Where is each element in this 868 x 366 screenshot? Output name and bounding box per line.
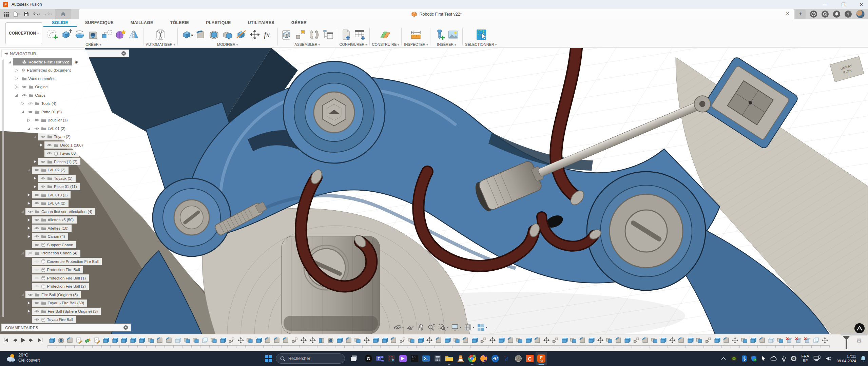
timeline-feature-extrude[interactable] [713,336,722,344]
timeline-feature-joint[interactable] [290,336,300,344]
visibility-eye-icon[interactable] [34,268,39,271]
navigator-item-pill[interactable]: Protection Canon (4) [25,250,80,257]
tree-collapse-arrow[interactable] [20,110,25,114]
timeline-feature-combine[interactable] [740,336,749,344]
help-icon[interactable]: ? [845,11,852,18]
visibility-eye-icon[interactable] [34,318,39,321]
navigator-item-pill[interactable]: Ailettes x5 (50) [32,216,77,224]
taskbar-app-d-app[interactable]: d [501,352,513,365]
visibility-eye-icon[interactable] [22,85,27,89]
tool-bom-table[interactable] [321,27,334,42]
weather-widget[interactable]: 20°C Ciel couvert [6,352,40,363]
navigator-item[interactable]: Tuyau - Fire Ball (60) [26,300,88,307]
tool-rectangular-pattern[interactable] [100,27,114,42]
timeline-feature-extrude[interactable] [335,336,344,344]
taskbar-app-firefox[interactable] [478,352,489,365]
tool-insert-image[interactable] [446,27,460,42]
navigator-item-pill[interactable]: Fire Ball (Origine) (3) [25,291,81,298]
tree-expand-arrow[interactable] [26,309,31,313]
timeline-feature-extrude[interactable] [119,336,129,344]
visibility-eye-icon[interactable] [34,285,39,288]
tray-nvidia-icon[interactable] [731,356,737,361]
timeline-feature-halfbox[interactable] [317,336,326,344]
timeline-feature-fillet[interactable] [533,336,542,344]
activate-component-radio[interactable]: ◉ [73,59,79,65]
timeline-feature-extrude[interactable] [443,336,452,344]
tree-collapse-arrow[interactable] [20,210,25,213]
tree-expand-arrow[interactable] [14,69,19,72]
navigator-item-pill[interactable]: Tuyau Fire Ball [32,316,76,323]
tree-expand-arrow[interactable] [26,226,31,230]
timeline-feature-combine[interactable] [695,336,704,344]
document-tab[interactable]: Robotic First Test v22* ✕ [79,9,794,19]
taskbar-app-blue-orbit-app[interactable] [489,352,501,365]
navigator-item-pill[interactable]: Deco 1 (180) [44,141,86,149]
navigator-item[interactable]: Vues nommées [14,75,58,82]
vp-grid-settings-button[interactable]: ▾ [463,323,475,331]
timeline-feature-fillet[interactable] [165,336,174,344]
navigator-item-pill[interactable]: Protection Fire Ball [32,266,83,273]
timeline-feature-extrude[interactable] [129,336,138,344]
vp-look-at-button[interactable] [406,323,415,331]
timeline-feature-extrude[interactable] [380,336,389,344]
clock[interactable]: 17:1108.04.2024 [836,354,856,363]
timeline-feature-fillet[interactable] [506,336,515,344]
navigator-item-pill[interactable]: LVL 013 (2) [32,191,71,198]
tree-collapse-arrow[interactable] [26,168,31,172]
timeline-scrollbar[interactable] [841,333,868,335]
tool-scripts-addins[interactable] [154,27,167,42]
close-button[interactable]: ✕ [860,2,863,7]
navigator-item[interactable]: Piece 01 (11) [33,183,80,190]
taskbar-app-terminal[interactable]: C:\ [409,352,420,365]
visibility-eye-icon[interactable] [28,110,33,114]
tool-as-built-joint[interactable] [307,27,321,42]
visibility-eye-icon[interactable] [28,210,33,213]
visibility-eye-icon[interactable] [34,168,39,172]
file-menu-icon[interactable]: ▾ [12,10,21,19]
tool-revolve[interactable] [73,27,86,42]
timeline-feature-extrude[interactable] [470,336,479,344]
save-icon[interactable] [23,10,30,19]
navigator-item[interactable]: Tuyau Fire Ball [26,316,76,323]
tree-expand-arrow[interactable] [39,143,44,147]
timeline-feature-hole[interactable] [57,336,66,344]
vp-fit-button[interactable]: ▾ [438,323,449,331]
timeline-feature-extrude[interactable] [416,336,425,344]
taskbar-app-snipping-tool[interactable] [386,352,397,365]
ribbon-tab-solide[interactable]: SOLIDE [43,19,77,27]
navigator-item[interactable]: Origine [14,83,51,91]
group-label[interactable]: MODIFIER ▾ [217,42,238,46]
timeline-feature-extrude[interactable] [623,336,632,344]
timeline-feature-extrude[interactable] [659,336,668,344]
tree-expand-arrow[interactable] [26,193,31,197]
group-label[interactable]: AUTOMATISER ▾ [146,42,175,46]
visibility-eye-icon[interactable] [28,293,33,296]
add-comment-icon[interactable]: + [123,325,128,330]
navigator-item[interactable]: Couvercle Protection Fire Ball [26,258,102,265]
timeline-feature-joint[interactable] [704,336,713,344]
tree-expand-arrow[interactable] [20,102,25,105]
tool-hole[interactable] [86,27,100,42]
timeline-feature-combine[interactable] [605,336,614,344]
taskbar-app-calculator[interactable] [432,352,443,365]
tray-webcam-icon[interactable] [791,355,797,362]
tool-combine[interactable] [221,27,234,42]
navigator-item-pill[interactable]: Fire Ball (Sphere Origine) (3) [32,308,101,315]
timeline-feature-fillet[interactable] [65,336,75,344]
navigator-item[interactable]: Tuyaux (1) [33,175,76,182]
navigator-item[interactable]: Protection Fire Ball (2) [26,283,89,290]
navigator-item[interactable]: LVL 02 (2) [26,167,69,174]
tool-joint[interactable] [294,27,307,42]
navigator-item-pill[interactable]: Robotic First Test v22 [13,58,72,65]
timeline-feature-move[interactable] [542,336,551,344]
navigator-item-pill[interactable]: Origine [19,83,51,91]
collapse-tree-icon[interactable]: − [121,51,126,56]
visibility-eye-icon[interactable] [47,152,52,155]
visibility-eye-icon[interactable] [15,60,20,64]
tool-construction-plane[interactable] [379,27,392,42]
navigator-item-pill[interactable]: LVL 01 (2) [32,125,69,132]
timeline-feature-move[interactable] [425,336,434,344]
timeline-feature-extrude[interactable] [111,336,120,344]
visibility-eye-icon[interactable] [47,143,52,147]
timeline-feature-move[interactable] [731,336,740,344]
